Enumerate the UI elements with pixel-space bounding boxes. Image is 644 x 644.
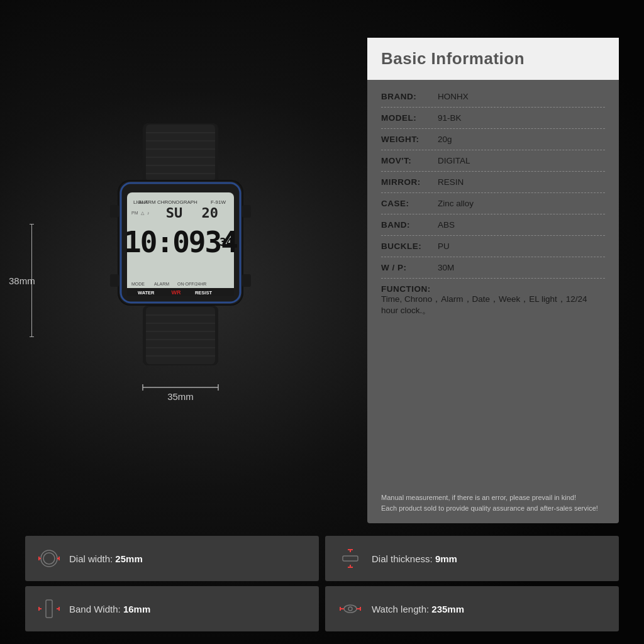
dial-width-icon xyxy=(38,547,60,570)
svg-text:SU: SU xyxy=(166,205,183,221)
svg-point-62 xyxy=(348,607,352,611)
info-title: Basic Information xyxy=(381,49,605,69)
info-row-1: MODEL: 91-BK xyxy=(381,108,605,129)
dial-thickness-value: 9mm xyxy=(435,553,457,564)
info-label-4: MIRROR: xyxy=(381,177,438,187)
info-label-6: BAND: xyxy=(381,220,438,230)
svg-text:ON·OFF/24HR: ON·OFF/24HR xyxy=(177,282,206,286)
svg-text:WATER: WATER xyxy=(138,290,155,296)
svg-rect-51 xyxy=(343,556,358,561)
info-value-3: DIGITAL xyxy=(438,156,470,165)
measurement-bars-row2: Band Width: 16mm Watch length: 235mm xyxy=(25,586,619,631)
watch-area: 38mm xyxy=(25,38,348,523)
svg-text:34: 34 xyxy=(219,235,233,248)
svg-text:ALARM CHRONOGRAPH: ALARM CHRONOGRAPH xyxy=(138,199,197,205)
info-label-5: CASE: xyxy=(381,199,438,208)
info-row-2: WEIGHT: 20g xyxy=(381,129,605,150)
dial-thickness-text: Dial thickness: 9mm xyxy=(372,553,457,564)
svg-text:35mm: 35mm xyxy=(167,391,194,402)
info-label-1: MODEL: xyxy=(381,113,438,123)
info-row-5: CASE: Zinc alloy xyxy=(381,193,605,214)
watch-length-icon xyxy=(338,597,363,620)
svg-point-61 xyxy=(344,605,357,613)
svg-text:RESIST: RESIST xyxy=(195,290,213,296)
watch-length-bar: Watch length: 235mm xyxy=(325,586,619,631)
note-line2: Each product sold to provide quality ass… xyxy=(381,503,605,514)
measurement-bars-row1: Dial width: 25mm Dial thickness: 9mm xyxy=(25,536,619,581)
info-note: Manual measurement, if there is an error… xyxy=(367,487,619,523)
band-width-icon xyxy=(38,597,60,620)
svg-point-46 xyxy=(43,553,55,564)
dial-width-value: 25mm xyxy=(115,553,142,564)
dial-width-text: Dial width: 25mm xyxy=(69,553,143,564)
svg-text:MODE: MODE xyxy=(131,282,145,286)
info-value-0: HONHX xyxy=(438,92,469,101)
main-container: 38mm xyxy=(0,0,644,644)
svg-text:♪: ♪ xyxy=(147,211,150,215)
info-label-0: BRAND: xyxy=(381,92,438,101)
svg-rect-12 xyxy=(110,274,119,287)
svg-text:PM: PM xyxy=(131,211,138,215)
band-width-bar: Band Width: 16mm xyxy=(25,586,319,631)
note-line1: Manual measurement, if there is an error… xyxy=(381,492,605,504)
info-label-8: W / P: xyxy=(381,263,438,272)
info-value-5: Zinc alloy xyxy=(438,199,474,208)
info-label-9: FUNCTION: xyxy=(381,284,438,294)
info-value-9: Time, Chrono，Alarm，Date，Week，EL light，12… xyxy=(381,294,605,316)
info-label-2: WEIGHT: xyxy=(381,135,438,144)
dial-width-bar: Dial width: 25mm xyxy=(25,536,319,581)
top-section: 38mm xyxy=(25,38,619,523)
info-value-6: ABS xyxy=(438,220,455,230)
info-row-7: BUCKLE: PU xyxy=(381,236,605,257)
svg-rect-13 xyxy=(242,205,251,218)
info-value-4: RESIN xyxy=(438,177,464,187)
info-row-3: MOV'T: DIGITAL xyxy=(381,150,605,172)
info-row-9: FUNCTION: Time, Chrono，Alarm，Date，Week，E… xyxy=(381,279,605,322)
svg-rect-56 xyxy=(46,600,52,618)
dial-thickness-bar: Dial thickness: 9mm xyxy=(325,536,619,581)
info-row-0: BRAND: HONHX xyxy=(381,86,605,108)
watch-length-text: Watch length: 235mm xyxy=(372,604,464,614)
info-row-8: W / P: 30M xyxy=(381,257,605,279)
dial-thickness-icon xyxy=(338,547,363,570)
band-width-value: 16mm xyxy=(123,604,150,614)
watch-illustration: LIGHT ALARM CHRONOGRAPH F-91W PM △ ♪ SU … xyxy=(86,123,287,438)
info-label-3: MOV'T: xyxy=(381,156,438,165)
band-width-text: Band Width: 16mm xyxy=(69,604,150,614)
watch-length-value: 235mm xyxy=(431,604,464,614)
info-row-4: MIRROR: RESIN xyxy=(381,172,605,193)
info-title-bar: Basic Information xyxy=(367,38,619,80)
svg-text:WR: WR xyxy=(172,289,181,296)
info-row-6: BAND: ABS xyxy=(381,214,605,236)
svg-rect-14 xyxy=(242,274,251,287)
info-value-7: PU xyxy=(438,242,450,251)
info-value-2: 20g xyxy=(438,135,452,144)
svg-text:ALARM: ALARM xyxy=(154,282,169,286)
info-panel: Basic Information BRAND: HONHXMODEL: 91-… xyxy=(367,38,619,523)
svg-text:F-91W: F-91W xyxy=(211,199,226,205)
svg-text:20: 20 xyxy=(202,205,219,221)
svg-rect-11 xyxy=(110,205,119,218)
info-value-8: 30M xyxy=(438,263,454,272)
svg-rect-34 xyxy=(146,307,215,364)
svg-rect-1 xyxy=(146,125,215,182)
info-label-7: BUCKLE: xyxy=(381,242,438,251)
info-rows: BRAND: HONHXMODEL: 91-BKWEIGHT: 20gMOV'T… xyxy=(367,80,619,487)
info-value-1: 91-BK xyxy=(438,113,462,123)
height-label: 38mm xyxy=(9,275,35,286)
